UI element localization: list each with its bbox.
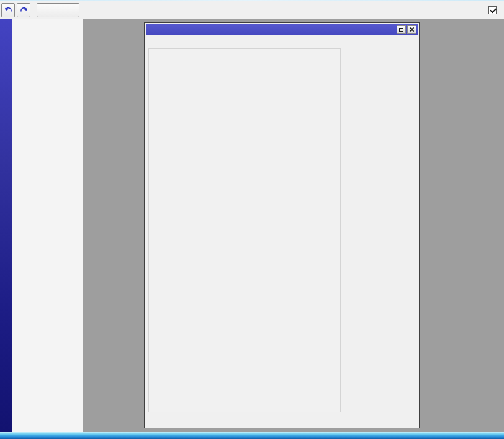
maximize-icon — [399, 28, 403, 32]
undo-icon — [4, 6, 13, 15]
window-bottom-edge — [0, 432, 504, 439]
maximize-button[interactable] — [397, 25, 406, 34]
brand-strip — [0, 19, 12, 432]
winbox-window — [0, 0, 504, 439]
redo-button[interactable] — [17, 3, 30, 17]
undo-button[interactable] — [1, 3, 15, 17]
dialog-titlebar[interactable] — [146, 24, 418, 35]
redo-icon — [19, 6, 29, 15]
status-bar — [146, 415, 417, 426]
workspace — [0, 19, 504, 432]
close-button[interactable] — [407, 25, 416, 34]
main-toolbar — [0, 1, 504, 19]
close-icon — [409, 26, 415, 34]
hide-passwords-checkbox[interactable] — [488, 6, 497, 14]
tab-page — [148, 48, 341, 412]
hide-passwords-control[interactable] — [488, 6, 500, 14]
interface-dialog — [144, 22, 420, 428]
sidebar — [12, 19, 83, 432]
safe-mode-button[interactable] — [37, 3, 79, 17]
